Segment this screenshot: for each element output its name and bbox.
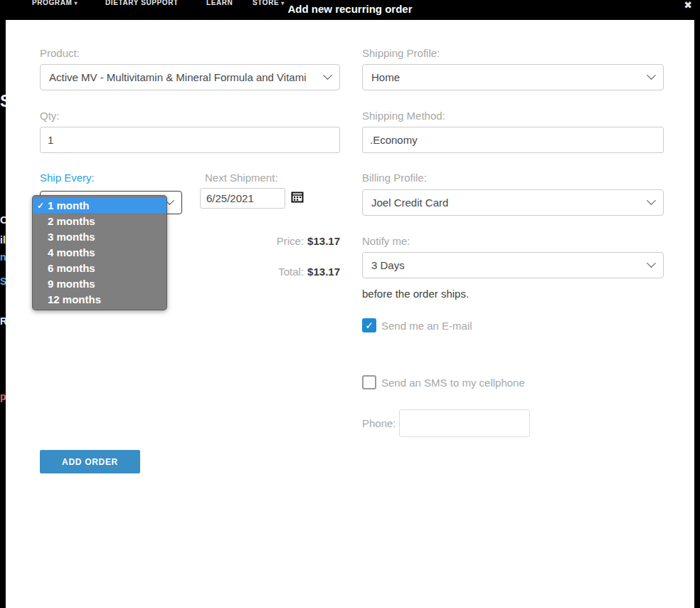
- total-value: $13.17: [307, 266, 340, 278]
- backdrop-clipped-text: S C il n S R p: [0, 0, 6, 608]
- shipping-profile-label: Shipping Profile:: [362, 47, 440, 59]
- price-label: Price:: [277, 235, 304, 247]
- qty-input[interactable]: [40, 127, 340, 153]
- chevron-down-icon: [323, 70, 332, 80]
- dropdown-option[interactable]: 3 months: [33, 229, 166, 245]
- phone-label: Phone:: [362, 417, 396, 429]
- billing-profile-select-value: Joel Credit Card: [371, 196, 448, 209]
- email-checkbox-label: Send me an E-mail: [381, 320, 472, 332]
- close-icon[interactable]: ✖: [684, 0, 692, 11]
- checkmark-icon: ✓: [365, 320, 373, 331]
- ship-every-dropdown: ✓ 1 month 2 months 3 months 4 months 6 m…: [32, 195, 167, 310]
- product-label: Product:: [40, 47, 80, 59]
- next-shipment-date-input[interactable]: [200, 188, 285, 209]
- chevron-down-icon: [647, 70, 656, 80]
- notify-me-label: Notify me:: [362, 235, 410, 247]
- product-select[interactable]: Active MV - Multivitamin & Mineral Formu…: [40, 64, 340, 90]
- chevron-down-icon: [647, 196, 656, 205]
- dropdown-option[interactable]: 12 months: [33, 292, 166, 308]
- total-row: Total:$13.17: [200, 266, 340, 278]
- phone-input[interactable]: [399, 409, 530, 437]
- email-checkbox[interactable]: ✓: [362, 318, 376, 332]
- next-shipment-label: Next Shipment:: [205, 172, 278, 184]
- qty-label: Qty:: [40, 110, 60, 122]
- sms-checkbox[interactable]: [362, 375, 376, 389]
- shipping-method-input[interactable]: [362, 127, 664, 153]
- dropdown-option[interactable]: 2 months: [33, 214, 166, 229]
- dropdown-option[interactable]: 4 months: [33, 245, 166, 261]
- billing-profile-select[interactable]: Joel Credit Card: [362, 189, 664, 216]
- dropdown-option[interactable]: 6 months: [33, 261, 166, 276]
- add-order-button[interactable]: ADD ORDER: [40, 450, 140, 473]
- notify-me-select-value: 3 Days: [371, 259, 405, 271]
- dropdown-option[interactable]: ✓ 1 month: [33, 198, 166, 214]
- product-select-value: Active MV - Multivitamin & Mineral Formu…: [49, 71, 307, 83]
- calendar-icon[interactable]: [291, 191, 304, 203]
- billing-profile-label: Billing Profile:: [362, 172, 427, 184]
- shipping-profile-select-value: Home: [371, 71, 400, 83]
- dropdown-option[interactable]: 9 months: [33, 276, 166, 292]
- ship-every-label: Ship Every:: [40, 172, 95, 184]
- chevron-down-icon: [647, 258, 656, 268]
- shipping-profile-select[interactable]: Home: [362, 64, 664, 90]
- notify-me-select[interactable]: 3 Days: [362, 252, 664, 278]
- shipping-method-label: Shipping Method:: [362, 110, 445, 122]
- total-label: Total:: [278, 266, 304, 278]
- price-value: $13.17: [307, 235, 340, 247]
- add-recurring-order-modal: Product: Active MV - Multivitamin & Mine…: [6, 20, 694, 608]
- before-ships-text: before the order ships.: [362, 288, 469, 300]
- checkmark-icon: ✓: [37, 198, 44, 214]
- price-row: Price:$13.17: [200, 235, 340, 247]
- modal-title: Add new recurring order: [0, 3, 700, 15]
- sms-checkbox-label: Send an SMS to my cellphone: [381, 377, 525, 389]
